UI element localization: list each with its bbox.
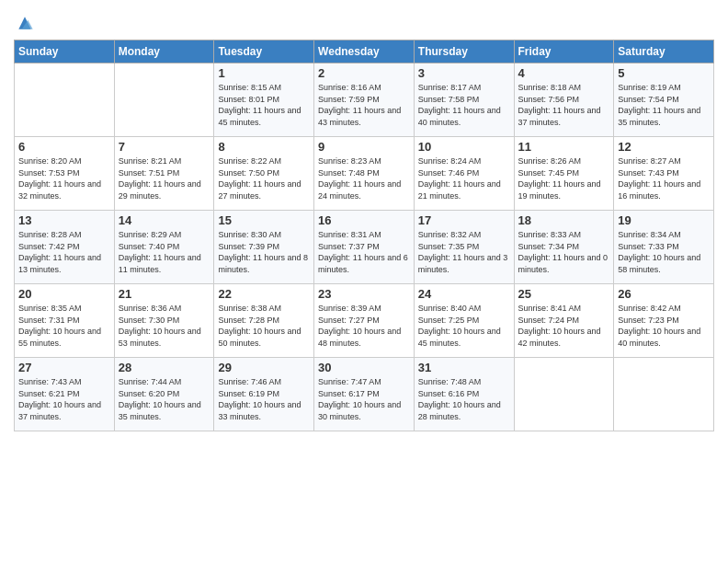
logo-icon	[16, 14, 34, 32]
day-number: 21	[119, 287, 210, 301]
day-number: 26	[618, 287, 710, 301]
day-cell: 8Sunrise: 8:22 AM Sunset: 7:50 PM Daylig…	[214, 137, 314, 211]
day-cell: 6Sunrise: 8:20 AM Sunset: 7:53 PM Daylig…	[15, 137, 115, 211]
day-number: 6	[18, 140, 110, 154]
day-info: Sunrise: 8:17 AM Sunset: 7:58 PM Dayligh…	[418, 82, 510, 128]
day-info: Sunrise: 8:16 AM Sunset: 7:59 PM Dayligh…	[318, 82, 410, 128]
day-number: 14	[119, 213, 210, 227]
header-cell-monday: Monday	[114, 40, 214, 63]
day-cell: 4Sunrise: 8:18 AM Sunset: 7:56 PM Daylig…	[514, 63, 614, 137]
day-info: Sunrise: 8:36 AM Sunset: 7:30 PM Dayligh…	[119, 303, 210, 349]
day-number: 23	[318, 287, 410, 301]
day-number: 20	[18, 287, 110, 301]
week-row-2: 6Sunrise: 8:20 AM Sunset: 7:53 PM Daylig…	[15, 137, 714, 211]
day-info: Sunrise: 8:41 AM Sunset: 7:24 PM Dayligh…	[518, 303, 610, 349]
day-number: 11	[518, 140, 610, 154]
day-number: 16	[318, 213, 410, 227]
day-cell: 26Sunrise: 8:42 AM Sunset: 7:23 PM Dayli…	[614, 284, 714, 358]
day-number: 17	[418, 213, 510, 227]
day-info: Sunrise: 8:31 AM Sunset: 7:37 PM Dayligh…	[318, 229, 410, 275]
day-info: Sunrise: 8:20 AM Sunset: 7:53 PM Dayligh…	[18, 155, 110, 201]
header-cell-friday: Friday	[514, 40, 614, 63]
day-cell: 15Sunrise: 8:30 AM Sunset: 7:39 PM Dayli…	[214, 211, 314, 284]
week-row-3: 13Sunrise: 8:28 AM Sunset: 7:42 PM Dayli…	[15, 211, 714, 284]
day-cell: 19Sunrise: 8:34 AM Sunset: 7:33 PM Dayli…	[614, 211, 714, 284]
day-info: Sunrise: 8:19 AM Sunset: 7:54 PM Dayligh…	[618, 82, 710, 128]
week-row-4: 20Sunrise: 8:35 AM Sunset: 7:31 PM Dayli…	[15, 284, 714, 358]
day-number: 13	[18, 213, 110, 227]
day-info: Sunrise: 7:44 AM Sunset: 6:20 PM Dayligh…	[119, 376, 210, 422]
day-cell: 29Sunrise: 7:46 AM Sunset: 6:19 PM Dayli…	[214, 358, 314, 431]
day-info: Sunrise: 8:40 AM Sunset: 7:25 PM Dayligh…	[418, 303, 510, 349]
header-cell-wednesday: Wednesday	[314, 40, 415, 63]
day-cell: 23Sunrise: 8:39 AM Sunset: 7:27 PM Dayli…	[314, 284, 415, 358]
day-number: 7	[119, 140, 210, 154]
day-info: Sunrise: 8:39 AM Sunset: 7:27 PM Dayligh…	[318, 303, 410, 349]
day-number: 18	[518, 213, 610, 227]
day-number: 2	[318, 66, 410, 80]
header-cell-sunday: Sunday	[15, 40, 115, 63]
day-cell: 31Sunrise: 7:48 AM Sunset: 6:16 PM Dayli…	[414, 358, 514, 431]
day-cell: 30Sunrise: 7:47 AM Sunset: 6:17 PM Dayli…	[314, 358, 415, 431]
day-cell: 3Sunrise: 8:17 AM Sunset: 7:58 PM Daylig…	[414, 63, 514, 137]
day-cell: 2Sunrise: 8:16 AM Sunset: 7:59 PM Daylig…	[314, 63, 415, 137]
day-cell: 27Sunrise: 7:43 AM Sunset: 6:21 PM Dayli…	[15, 358, 115, 431]
day-info: Sunrise: 8:15 AM Sunset: 8:01 PM Dayligh…	[218, 82, 310, 128]
day-cell: 24Sunrise: 8:40 AM Sunset: 7:25 PM Dayli…	[414, 284, 514, 358]
day-info: Sunrise: 8:22 AM Sunset: 7:50 PM Dayligh…	[218, 155, 310, 201]
day-info: Sunrise: 8:38 AM Sunset: 7:28 PM Dayligh…	[218, 303, 310, 349]
day-number: 29	[218, 361, 310, 374]
day-cell	[514, 358, 614, 431]
day-cell: 21Sunrise: 8:36 AM Sunset: 7:30 PM Dayli…	[114, 284, 214, 358]
day-number: 3	[418, 66, 510, 80]
day-info: Sunrise: 8:29 AM Sunset: 7:40 PM Dayligh…	[119, 229, 210, 275]
day-info: Sunrise: 8:26 AM Sunset: 7:45 PM Dayligh…	[518, 155, 610, 201]
day-number: 24	[418, 287, 510, 301]
day-cell: 12Sunrise: 8:27 AM Sunset: 7:43 PM Dayli…	[614, 137, 714, 211]
day-number: 4	[518, 66, 610, 80]
week-row-5: 27Sunrise: 7:43 AM Sunset: 6:21 PM Dayli…	[15, 358, 714, 431]
day-cell: 22Sunrise: 8:38 AM Sunset: 7:28 PM Dayli…	[214, 284, 314, 358]
logo	[14, 14, 34, 32]
day-info: Sunrise: 7:48 AM Sunset: 6:16 PM Dayligh…	[418, 376, 510, 422]
day-cell: 18Sunrise: 8:33 AM Sunset: 7:34 PM Dayli…	[514, 211, 614, 284]
day-cell: 20Sunrise: 8:35 AM Sunset: 7:31 PM Dayli…	[15, 284, 115, 358]
day-cell: 13Sunrise: 8:28 AM Sunset: 7:42 PM Dayli…	[15, 211, 115, 284]
header-row: SundayMondayTuesdayWednesdayThursdayFrid…	[15, 40, 714, 63]
day-number: 31	[418, 361, 510, 374]
day-number: 22	[218, 287, 310, 301]
day-info: Sunrise: 7:47 AM Sunset: 6:17 PM Dayligh…	[318, 376, 410, 422]
day-cell: 5Sunrise: 8:19 AM Sunset: 7:54 PM Daylig…	[614, 63, 714, 137]
day-cell: 7Sunrise: 8:21 AM Sunset: 7:51 PM Daylig…	[114, 137, 214, 211]
day-cell: 14Sunrise: 8:29 AM Sunset: 7:40 PM Dayli…	[114, 211, 214, 284]
day-info: Sunrise: 8:18 AM Sunset: 7:56 PM Dayligh…	[518, 82, 610, 128]
day-number: 28	[119, 361, 210, 374]
day-number: 5	[618, 66, 710, 80]
day-number: 9	[318, 140, 410, 154]
day-info: Sunrise: 8:28 AM Sunset: 7:42 PM Dayligh…	[18, 229, 110, 275]
day-info: Sunrise: 7:43 AM Sunset: 6:21 PM Dayligh…	[18, 376, 110, 422]
week-row-1: 1Sunrise: 8:15 AM Sunset: 8:01 PM Daylig…	[15, 63, 714, 137]
day-cell: 28Sunrise: 7:44 AM Sunset: 6:20 PM Dayli…	[114, 358, 214, 431]
page: SundayMondayTuesdayWednesdayThursdayFrid…	[0, 0, 728, 445]
day-number: 25	[518, 287, 610, 301]
header	[14, 9, 714, 32]
header-cell-thursday: Thursday	[414, 40, 514, 63]
day-cell	[114, 63, 214, 137]
header-cell-saturday: Saturday	[614, 40, 714, 63]
calendar-table: SundayMondayTuesdayWednesdayThursdayFrid…	[14, 40, 714, 431]
header-cell-tuesday: Tuesday	[214, 40, 314, 63]
day-info: Sunrise: 8:30 AM Sunset: 7:39 PM Dayligh…	[218, 229, 310, 275]
day-number: 1	[218, 66, 310, 80]
day-info: Sunrise: 8:42 AM Sunset: 7:23 PM Dayligh…	[618, 303, 710, 349]
day-info: Sunrise: 8:27 AM Sunset: 7:43 PM Dayligh…	[618, 155, 710, 201]
day-info: Sunrise: 7:46 AM Sunset: 6:19 PM Dayligh…	[218, 376, 310, 422]
day-info: Sunrise: 8:34 AM Sunset: 7:33 PM Dayligh…	[618, 229, 710, 275]
day-cell: 25Sunrise: 8:41 AM Sunset: 7:24 PM Dayli…	[514, 284, 614, 358]
day-cell: 9Sunrise: 8:23 AM Sunset: 7:48 PM Daylig…	[314, 137, 415, 211]
day-number: 27	[18, 361, 110, 374]
day-cell	[614, 358, 714, 431]
day-number: 19	[618, 213, 710, 227]
day-number: 15	[218, 213, 310, 227]
day-number: 30	[318, 361, 410, 374]
